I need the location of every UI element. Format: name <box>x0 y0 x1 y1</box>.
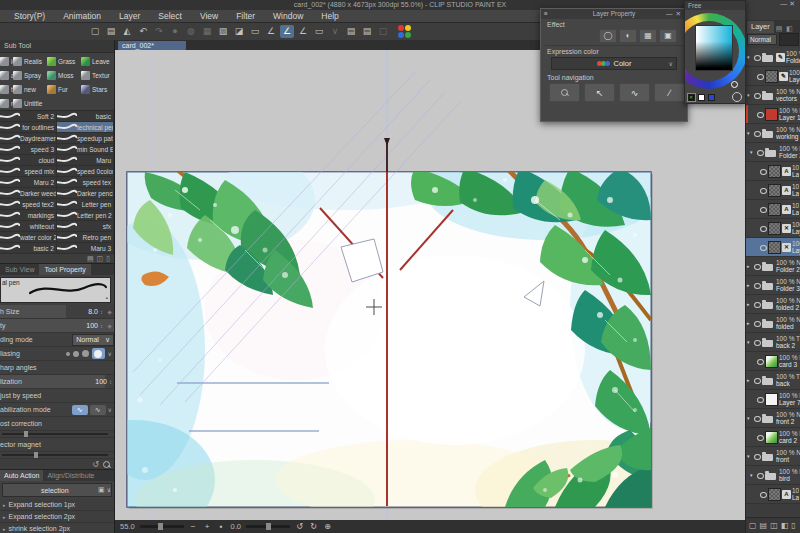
layer-blend-mode-dropdown[interactable]: Normal <box>747 34 777 45</box>
layer-thumbnail[interactable] <box>762 336 775 349</box>
layer-thumbnail[interactable] <box>768 165 781 178</box>
detail-settings-icon[interactable] <box>103 461 110 468</box>
layer-thumbnail[interactable] <box>768 488 781 501</box>
brush-item[interactable]: for outlines <box>0 122 57 133</box>
layer-row[interactable]: A 10 La <box>746 200 800 219</box>
layer-thumbnail[interactable] <box>762 260 775 273</box>
sub-tool-item[interactable]: Leave <box>81 54 113 68</box>
saturation-value-box[interactable] <box>695 25 733 71</box>
zoom-tool-button[interactable] <box>549 83 580 102</box>
sub-tool-item[interactable]: new <box>13 82 47 96</box>
opacity-value[interactable]: 100 <box>86 322 98 329</box>
visibility-eye-icon[interactable] <box>756 110 765 119</box>
layer-row[interactable]: 100 % No card 2 <box>746 428 800 447</box>
effect-button[interactable]: ◯ <box>599 29 617 43</box>
minimize-button[interactable]: — <box>780 0 789 7</box>
close-button[interactable]: ✕ <box>789 0 797 7</box>
toolbar-icon[interactable]: ∨ <box>328 25 342 38</box>
visibility-eye-icon[interactable] <box>753 129 762 138</box>
close-button[interactable]: ✕ <box>676 10 684 17</box>
effect-button[interactable]: ▣ <box>659 29 677 43</box>
layer-row[interactable]: 100 % No card 3 <box>746 352 800 371</box>
layer-row[interactable]: ✎ 100 Laye <box>746 67 800 86</box>
toolbar-icon[interactable]: ∠ <box>280 25 294 38</box>
tab-auto-action[interactable]: Auto Action <box>0 470 43 481</box>
brush-size-dynamics-icon[interactable]: ◈ <box>105 308 114 315</box>
document-tab[interactable]: card_002* <box>118 41 186 50</box>
layer-thumbnail[interactable] <box>762 412 775 425</box>
new-folder-icon[interactable]: ▤ <box>760 521 768 530</box>
layer-row[interactable]: ▾ 100 % N bird <box>746 466 800 485</box>
layer-row[interactable]: ▸ 100 % Thr back <box>746 371 800 390</box>
delete-subtool-icon[interactable]: ▯ <box>106 255 110 263</box>
zoom-slider[interactable] <box>140 525 184 528</box>
reset-settings-icon[interactable]: ↺ <box>92 460 99 469</box>
visibility-eye-icon[interactable] <box>759 186 768 195</box>
layer-row[interactable]: 100 % Nor Layer 10 2 <box>746 105 800 124</box>
brush-tool-button[interactable]: ∿ <box>619 83 650 102</box>
layer-thumbnail[interactable] <box>768 203 781 216</box>
auto-action-item[interactable]: ▸ shrink selection 2px <box>0 523 114 533</box>
effect-button[interactable]: ▦ <box>639 29 657 43</box>
visibility-eye-icon[interactable] <box>759 243 768 252</box>
tab-tool-property[interactable]: Tool Property <box>39 264 90 275</box>
layer-row[interactable]: ▾ ✎ 100 % Folde <box>746 48 800 67</box>
menu-item[interactable]: View <box>191 11 227 21</box>
layer-row[interactable]: 100 % Nor Layer 7 <box>746 390 800 409</box>
visibility-eye-icon[interactable] <box>759 167 768 176</box>
post-correction-slider[interactable] <box>0 431 114 438</box>
import-set-icon[interactable]: ↓ <box>108 486 112 494</box>
layer-thumbnail[interactable] <box>765 146 778 159</box>
visibility-eye-icon[interactable] <box>759 205 768 214</box>
toolbar-icon[interactable]: ▭ <box>312 25 326 38</box>
brush-item[interactable]: speed mix <box>0 166 57 177</box>
toolbar-icon[interactable]: ▢ <box>376 25 390 38</box>
menu-item[interactable]: Window <box>264 11 312 21</box>
action-set-dropdown[interactable]: selection ∨ <box>2 483 112 497</box>
menu-item[interactable]: Filter <box>227 11 264 21</box>
visibility-eye-icon[interactable] <box>753 452 762 461</box>
tab-layer[interactable]: Layer <box>747 21 774 33</box>
minimize-button[interactable]: — <box>666 10 676 17</box>
brush-item[interactable]: markings <box>0 210 57 221</box>
color-panel-title[interactable]: Free <box>685 1 745 10</box>
visibility-eye-icon[interactable] <box>759 224 768 233</box>
stabilization-mode-b-button[interactable]: ∿ <box>90 405 106 415</box>
toolbar-icon[interactable]: ▤ <box>360 25 374 38</box>
brush-item[interactable]: Letter pen <box>57 199 114 210</box>
brush-size-value[interactable]: 8.0 <box>88 308 98 315</box>
brush-item[interactable]: speed 0colordodge <box>57 166 114 177</box>
caret-right-icon[interactable]: ▸ <box>3 514 6 520</box>
brush-item[interactable]: speed tex2 <box>0 199 57 210</box>
visibility-eye-icon[interactable] <box>756 471 765 480</box>
brush-item[interactable]: basic 2 <box>0 243 57 254</box>
sub-tool-item[interactable]: Textur <box>81 68 113 82</box>
toolbar-icon[interactable]: ▧ <box>216 25 230 38</box>
brush-item[interactable]: whiteout <box>0 221 57 232</box>
layer-thumbnail[interactable] <box>765 355 778 368</box>
stabilization-value[interactable]: 100 <box>95 378 107 385</box>
layer-thumbnail[interactable] <box>762 298 775 311</box>
main-color-swatch[interactable] <box>688 94 695 101</box>
layer-row[interactable]: ▸ 100 % N Folder 3 <box>746 276 800 295</box>
brush-item[interactable]: Letter pen 2 <box>57 210 114 221</box>
rotate-slider[interactable] <box>246 525 290 528</box>
layer-row[interactable]: ▾ 100 % Nor vectors <box>746 86 800 105</box>
layer-thumbnail[interactable] <box>762 450 775 463</box>
visibility-eye-icon[interactable] <box>756 395 765 404</box>
caret-right-icon[interactable]: ▸ <box>3 502 6 508</box>
sub-tool-item[interactable]: Fur <box>47 82 81 96</box>
anti-aliasing-strong-selected[interactable] <box>92 348 105 359</box>
sub-tool-item[interactable]: at <box>0 68 13 82</box>
history-color-swatch[interactable] <box>708 94 715 101</box>
toolbar-icon[interactable]: ▢ <box>88 25 102 38</box>
brush-item[interactable]: Soft 2 <box>0 111 57 122</box>
visibility-eye-icon[interactable] <box>753 319 762 328</box>
brush-item[interactable]: Maru <box>57 155 114 166</box>
transparent-color-icon[interactable] <box>732 92 742 102</box>
vector-magnet-slider[interactable] <box>0 452 114 459</box>
select-tool-button[interactable]: ↖ <box>584 83 615 102</box>
visibility-eye-icon[interactable] <box>753 376 762 385</box>
blending-mode-dropdown[interactable]: Normal ∨ <box>72 334 114 346</box>
copy-subtool-icon[interactable]: ▤ <box>87 255 94 263</box>
